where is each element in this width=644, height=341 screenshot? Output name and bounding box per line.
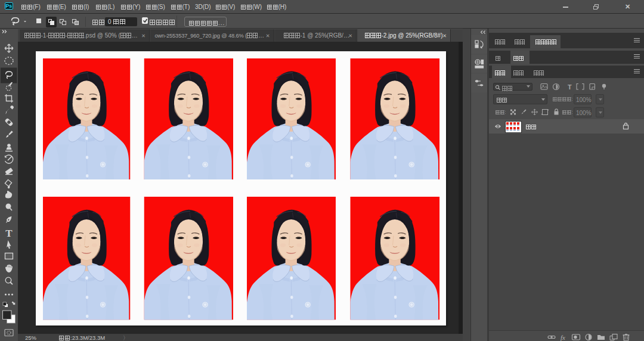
svg-text:T: T	[568, 83, 572, 91]
svg-text:T: T	[5, 228, 13, 239]
svg-text:fx: fx	[561, 333, 565, 340]
